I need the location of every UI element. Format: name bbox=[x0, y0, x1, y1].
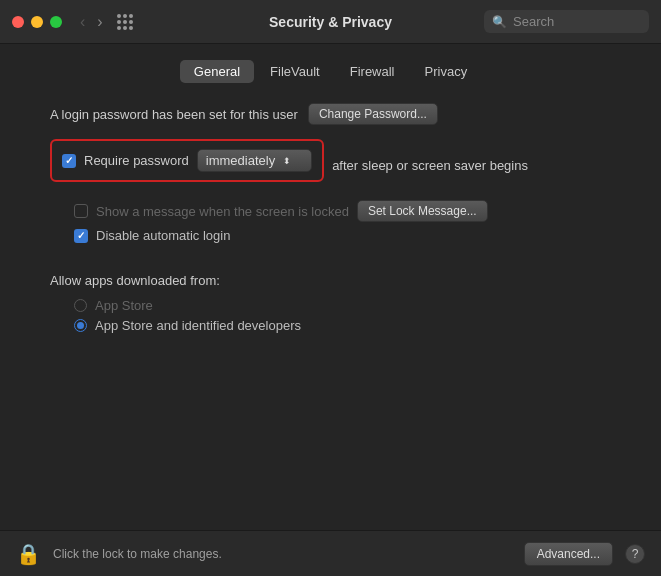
app-store-identified-label: App Store and identified developers bbox=[95, 318, 301, 333]
bottom-bar: 🔒 Click the lock to make changes. Advanc… bbox=[0, 530, 661, 576]
traffic-lights bbox=[12, 16, 62, 28]
search-bar[interactable]: 🔍 bbox=[484, 10, 649, 33]
help-button[interactable]: ? bbox=[625, 544, 645, 564]
show-message-checkbox[interactable] bbox=[74, 204, 88, 218]
tab-filevault[interactable]: FileVault bbox=[256, 60, 334, 83]
tab-general[interactable]: General bbox=[180, 60, 254, 83]
allow-apps-title: Allow apps downloaded from: bbox=[50, 273, 611, 288]
login-password-text: A login password has been set for this u… bbox=[50, 107, 298, 122]
titlebar: ‹ › Security & Privacy 🔍 bbox=[0, 0, 661, 44]
require-password-label: Require password bbox=[84, 153, 189, 168]
tab-privacy[interactable]: Privacy bbox=[411, 60, 482, 83]
forward-button[interactable]: › bbox=[93, 12, 106, 32]
main-content: General FileVault Firewall Privacy A log… bbox=[0, 44, 661, 530]
advanced-button[interactable]: Advanced... bbox=[524, 542, 613, 566]
search-input[interactable] bbox=[513, 14, 641, 29]
minimize-button[interactable] bbox=[31, 16, 43, 28]
immediately-value: immediately bbox=[206, 153, 275, 168]
show-message-label: Show a message when the screen is locked bbox=[96, 204, 349, 219]
app-store-radio-row: App Store bbox=[74, 298, 611, 313]
immediately-dropdown[interactable]: immediately ⬍ bbox=[197, 149, 312, 172]
close-button[interactable] bbox=[12, 16, 24, 28]
app-store-radio[interactable] bbox=[74, 299, 87, 312]
login-password-row: A login password has been set for this u… bbox=[50, 103, 611, 125]
tab-firewall[interactable]: Firewall bbox=[336, 60, 409, 83]
app-store-identified-radio-row: App Store and identified developers bbox=[74, 318, 611, 333]
search-icon: 🔍 bbox=[492, 15, 507, 29]
require-password-box: ✓ Require password immediately ⬍ bbox=[50, 139, 324, 182]
after-sleep-label: after sleep or screen saver begins bbox=[332, 158, 528, 173]
tabs: General FileVault Firewall Privacy bbox=[20, 60, 641, 83]
allow-apps-section: Allow apps downloaded from: App Store Ap… bbox=[50, 273, 611, 333]
window-title: Security & Privacy bbox=[269, 14, 392, 30]
back-button[interactable]: ‹ bbox=[76, 12, 89, 32]
app-store-identified-radio[interactable] bbox=[74, 319, 87, 332]
lock-icon[interactable]: 🔒 bbox=[16, 542, 41, 566]
lock-text: Click the lock to make changes. bbox=[53, 547, 512, 561]
disable-autologin-check: ✓ bbox=[77, 230, 85, 241]
set-lock-message-button[interactable]: Set Lock Message... bbox=[357, 200, 488, 222]
disable-autologin-row: ✓ Disable automatic login bbox=[74, 228, 611, 243]
show-message-row: Show a message when the screen is locked… bbox=[74, 200, 611, 222]
disable-autologin-checkbox[interactable]: ✓ bbox=[74, 229, 88, 243]
nav-buttons: ‹ › bbox=[76, 12, 107, 32]
disable-autologin-label: Disable automatic login bbox=[96, 228, 230, 243]
require-password-checkbox[interactable]: ✓ bbox=[62, 154, 76, 168]
app-store-label: App Store bbox=[95, 298, 153, 313]
dropdown-arrow-icon: ⬍ bbox=[283, 156, 291, 166]
grid-icon[interactable] bbox=[117, 14, 133, 30]
general-section: A login password has been set for this u… bbox=[20, 103, 641, 333]
maximize-button[interactable] bbox=[50, 16, 62, 28]
change-password-button[interactable]: Change Password... bbox=[308, 103, 438, 125]
